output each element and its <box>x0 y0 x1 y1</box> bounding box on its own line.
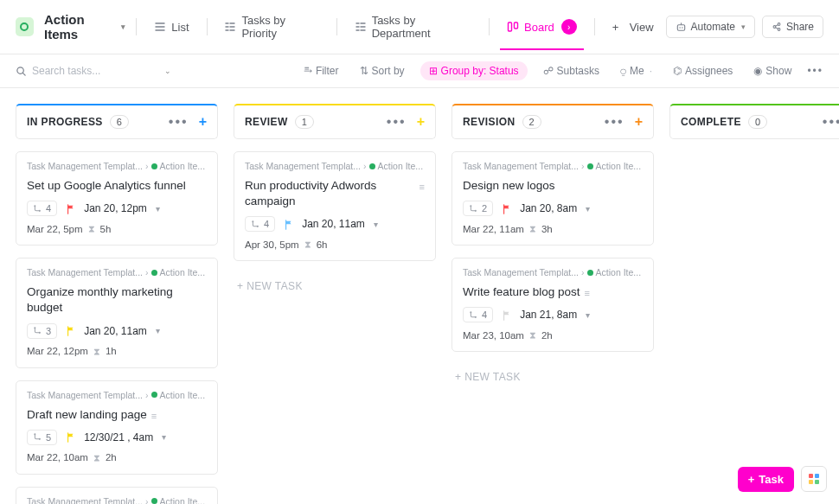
start-date: Mar 23, 10am <box>463 330 524 341</box>
new-task-fab[interactable]: +Task <box>738 467 794 492</box>
task-breadcrumb: Task Management Templat...›Action Ite... <box>27 496 207 504</box>
chevron-down-icon[interactable]: ▾ <box>156 204 160 214</box>
status-dot-icon <box>369 163 375 169</box>
priority-flag-icon[interactable] <box>66 204 75 214</box>
column-header[interactable]: REVIEW1•••+ <box>234 104 436 139</box>
task-card[interactable]: Task Management Templat...›Action Ite...… <box>452 258 654 352</box>
column-header[interactable]: REVISION2•••+ <box>452 104 654 139</box>
subtask-count[interactable]: 2 <box>463 201 493 216</box>
subtask-count[interactable]: 4 <box>463 307 493 322</box>
apps-fab[interactable] <box>801 466 827 492</box>
board-column: REVISION2•••+Task Management Templat...›… <box>452 104 654 495</box>
column-more-icon[interactable]: ••• <box>169 114 189 130</box>
search-input[interactable] <box>32 65 136 77</box>
view-tab-board[interactable]: Board › <box>500 14 584 40</box>
divider <box>336 18 337 35</box>
time-estimate: 6h <box>317 239 328 250</box>
task-footer: Mar 23, 10am⧗2h <box>463 329 643 341</box>
assignees-button[interactable]: ⌬Assignees <box>668 61 738 80</box>
task-card[interactable]: Task Management Templat...›Action Ite...… <box>452 151 654 246</box>
due-date[interactable]: 12/30/21 , 4am <box>84 431 153 443</box>
priority-flag-icon[interactable] <box>66 326 75 335</box>
board-next-icon[interactable]: › <box>561 19 577 35</box>
chevron-down-icon[interactable]: ▾ <box>156 326 160 335</box>
due-date[interactable]: Jan 20, 12pm <box>84 202 147 214</box>
due-date[interactable]: Jan 20, 11am <box>84 325 147 337</box>
status-dot-icon <box>151 498 157 504</box>
robot-icon <box>676 22 687 33</box>
task-card[interactable]: Task Management Templat...›Action Ite...… <box>16 380 218 475</box>
column-more-icon[interactable]: ••• <box>387 114 407 130</box>
chevron-down-icon[interactable]: ▾ <box>586 204 590 214</box>
column-add-icon[interactable]: + <box>199 114 207 130</box>
automate-button[interactable]: Automate ▾ <box>666 16 755 38</box>
due-date[interactable]: Jan 20, 8am <box>520 202 577 214</box>
task-breadcrumb: Task Management Templat...›Action Ite... <box>245 161 425 171</box>
board-column: IN PROGRESS6•••+Task Management Templat.… <box>16 104 218 495</box>
priority-flag-icon[interactable] <box>284 220 293 229</box>
svg-rect-2 <box>677 24 684 30</box>
task-card[interactable]: Task Management Templat...›Action Ite...… <box>234 151 436 261</box>
divider <box>207 18 208 35</box>
subtask-count[interactable]: 4 <box>27 201 57 216</box>
priority-flag-icon[interactable] <box>502 310 511 320</box>
department-list-icon <box>355 21 367 33</box>
svg-point-20 <box>475 316 477 318</box>
svg-point-10 <box>39 210 41 212</box>
view-tab-priority[interactable]: Tasks by Priority <box>217 9 325 45</box>
new-task-button[interactable]: + NEW TASK <box>234 273 436 299</box>
show-button[interactable]: ◉Show <box>748 61 797 80</box>
svg-point-4 <box>682 27 682 28</box>
task-footer: Mar 22, 12pm⧗1h <box>27 346 207 357</box>
search-box[interactable]: ⌄ <box>16 65 171 77</box>
due-date[interactable]: Jan 20, 11am <box>302 218 365 230</box>
more-icon[interactable]: ••• <box>807 65 823 77</box>
svg-point-11 <box>34 327 35 329</box>
start-date: Apr 30, 5pm <box>245 239 299 250</box>
description-icon: ≡ <box>585 287 590 300</box>
priority-flag-icon[interactable] <box>66 432 75 442</box>
new-task-button[interactable]: + NEW TASK <box>452 364 654 390</box>
priority-flag-icon[interactable] <box>502 204 511 214</box>
task-breadcrumb: Task Management Templat...›Action Ite... <box>27 390 207 400</box>
plus-icon: + <box>612 21 624 33</box>
sort-button[interactable]: ⇅Sort by <box>355 61 410 80</box>
task-card[interactable]: Task Management Templat...›Action Ite...… <box>16 258 218 367</box>
space-title[interactable]: Action Items▾ <box>44 12 125 41</box>
column-more-icon[interactable]: ••• <box>605 114 624 130</box>
task-card[interactable]: Task Management Templat...›Action Ite...… <box>16 151 218 246</box>
add-view-button[interactable]: + View <box>605 16 661 39</box>
filter-button[interactable]: ⥱Filter <box>298 61 344 80</box>
view-tab-list[interactable]: List <box>147 16 195 39</box>
board-column: REVIEW1•••+Task Management Templat...›Ac… <box>234 104 436 495</box>
task-title: Organize monthly marketing budget <box>27 284 207 316</box>
chevron-down-icon[interactable]: ⌄ <box>164 67 171 75</box>
view-tab-department[interactable]: Tasks by Department <box>348 9 478 45</box>
column-add-icon[interactable]: + <box>635 114 643 130</box>
column-header[interactable]: IN PROGRESS6•••+ <box>16 104 218 139</box>
svg-point-19 <box>470 311 471 313</box>
apps-grid-icon <box>809 474 819 484</box>
share-button[interactable]: Share <box>762 16 823 38</box>
me-button[interactable]: ⍜Me· <box>615 61 657 80</box>
subtask-count[interactable]: 5 <box>27 430 57 445</box>
chevron-down-icon: ▾ <box>741 22 746 31</box>
subtask-count[interactable]: 3 <box>27 323 57 339</box>
description-icon: ≡ <box>151 410 157 423</box>
time-estimate: 5h <box>100 224 112 234</box>
column-add-icon[interactable]: + <box>417 114 425 130</box>
chevron-down-icon[interactable]: ▾ <box>586 310 590 320</box>
subtasks-button[interactable]: ☍Subtasks <box>538 61 605 80</box>
column-more-icon[interactable]: ••• <box>823 114 839 130</box>
subtask-count[interactable]: 4 <box>245 216 275 232</box>
due-date[interactable]: Jan 21, 8am <box>520 309 577 321</box>
search-icon <box>16 66 27 77</box>
chevron-down-icon[interactable]: ▾ <box>162 432 166 442</box>
space-icon[interactable] <box>16 17 34 36</box>
chevron-down-icon[interactable]: ▾ <box>374 220 378 229</box>
column-header[interactable]: COMPLETE0•••+ <box>669 104 839 139</box>
group-by-button[interactable]: ⊞Group by: Status <box>420 61 528 80</box>
start-date: Mar 22, 10am <box>27 452 88 463</box>
svg-point-3 <box>679 27 680 28</box>
task-card[interactable]: Task Management Templat...›Action Ite... <box>16 487 218 504</box>
